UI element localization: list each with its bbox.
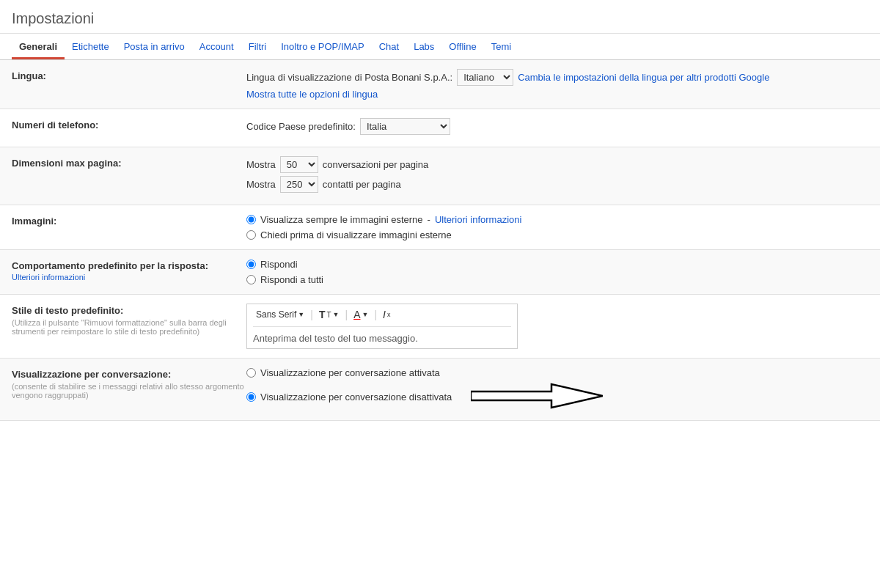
font-color-arrow-icon: ▼ [362,311,369,318]
conversazione-row: Visualizzazione per conversazione: (cons… [0,359,880,421]
telefono-select[interactable]: Italia United States United Kingdom [360,118,450,135]
font-family-label: Sans Serif [256,309,296,320]
contatti-select[interactable]: 25 50 100 250 [280,176,318,193]
tab-filtri[interactable]: Filtri [241,34,274,59]
font-size-up-icon: T [326,311,331,319]
tab-chat[interactable]: Chat [372,34,406,59]
lingua-show-all[interactable]: Mostra tutte le opzioni di lingua [246,89,378,100]
lingua-row: Lingua: Lingua di visualizzazione di Pos… [0,60,880,109]
conversazione-option2-label: Visualizzazione per conversazione disatt… [260,392,452,403]
page-title: Impostazioni [0,0,880,34]
testo-value: Sans Serif ▼ | TT ▼ | A ▼ | Ix [246,304,868,349]
lingua-value: Lingua di visualizzazione di Posta Bonan… [246,69,868,100]
conversazioni-suffix: conversazioni per pagina [323,159,429,170]
immagini-option1-label: Visualizza sempre le immagini esterne [260,214,423,225]
conversazione-option1-item: Visualizzazione per conversazione attiva… [246,367,868,378]
settings-content: Lingua: Lingua di visualizzazione di Pos… [0,60,880,421]
lingua-select[interactable]: Italiano English Español [457,69,513,86]
immagini-radio-group: Visualizza sempre le immagini esterne - … [246,214,868,240]
tab-labs[interactable]: Labs [406,34,441,59]
conversazione-value: Visualizzazione per conversazione attiva… [246,367,868,411]
testo-label: Stile di testo predefinito: (Utilizza il… [12,304,246,336]
risposta-label: Comportamento predefinito per la rispost… [12,259,246,282]
immagini-label: Immagini: [12,214,246,227]
immagini-link[interactable]: Ulteriori informazioni [435,214,521,225]
font-family-arrow-icon: ▼ [298,311,304,318]
tab-account[interactable]: Account [192,34,241,59]
tab-posta-in-arrivo[interactable]: Posta in arrivo [117,34,192,59]
arrow-annotation [471,383,603,411]
tab-inoltro[interactable]: Inoltro e POP/IMAP [274,34,371,59]
risposta-radio-group: Rispondi Rispondi a tutti [246,259,868,285]
risposta-option1-label: Rispondi [260,259,298,270]
lingua-label: Lingua: [12,69,246,81]
conversazione-radio2[interactable] [246,392,256,402]
immagini-option2-label: Chiedi prima di visualizzare immagini es… [260,229,452,240]
dimensioni-label: Dimensioni max pagina: [12,156,246,169]
toolbar-sep1: | [310,309,313,320]
remove-format-sub: x [387,311,391,318]
immagini-value: Visualizza sempre le immagini esterne - … [246,214,868,240]
remove-format-btn[interactable]: Ix [380,307,393,322]
contatti-suffix: contatti per pagina [323,179,401,190]
mostra-label-1: Mostra [246,159,276,170]
telefono-value: Codice Paese predefinito: Italia United … [246,118,868,138]
font-size-btn[interactable]: TT ▼ [316,307,342,322]
tab-generali[interactable]: Generali [12,34,65,59]
font-color-btn[interactable]: A ▼ [351,307,371,322]
immagini-radio1[interactable] [246,215,256,224]
immagini-option1-item: Visualizza sempre le immagini esterne - … [246,214,868,225]
mostra-label-2: Mostra [246,179,276,190]
toolbar-sep2: | [345,309,348,320]
risposta-option1-item: Rispondi [246,259,868,270]
remove-format-icon: I [383,309,386,320]
lingua-link[interactable]: Cambia le impostazioni della lingua per … [518,72,769,83]
dimensioni-value: Mostra 25 50 100 conversazioni per pagin… [246,156,868,196]
tab-offline[interactable]: Offline [441,34,483,59]
risposta-option2-label: Rispondi a tutti [260,274,323,285]
dimensioni-row: Dimensioni max pagina: Mostra 25 50 100 … [0,147,880,205]
testo-sub-label: (Utilizza il pulsante "Rimuovi formattaz… [12,318,246,336]
svg-marker-0 [471,384,603,408]
conversazione-label: Visualizzazione per conversazione: (cons… [12,367,246,400]
text-preview: Anteprima del testo del tuo messaggio. [253,331,511,345]
font-size-arrow-icon: ▼ [333,311,340,318]
immagini-row: Immagini: Visualizza sempre le immagini … [0,205,880,250]
arrow-icon [471,383,603,409]
conversazione-option1-label: Visualizzazione per conversazione attiva… [260,367,440,378]
immagini-separator: - [428,214,430,225]
conversazione-option2-item: Visualizzazione per conversazione disatt… [246,383,868,411]
text-style-toolbar: Sans Serif ▼ | TT ▼ | A ▼ | Ix [253,307,511,327]
conversazione-radio-group: Visualizzazione per conversazione attiva… [246,367,868,411]
risposta-value: Rispondi Rispondi a tutti [246,259,868,285]
immagini-radio2[interactable] [246,230,256,240]
testo-row: Stile di testo predefinito: (Utilizza il… [0,295,880,359]
font-family-btn[interactable]: Sans Serif ▼ [253,308,307,321]
risposta-more-link[interactable]: Ulteriori informazioni [12,273,85,282]
font-color-icon: A [353,309,360,320]
risposta-option2-item: Rispondi a tutti [246,274,868,285]
toolbar-sep3: | [374,309,377,320]
nav-tabs: Generali Etichette Posta in arrivo Accou… [0,34,880,60]
telefono-prefix: Codice Paese predefinito: [246,121,356,132]
risposta-radio2[interactable] [246,275,256,284]
conversazione-sub-label: (consente di stabilire se i messaggi rel… [12,382,246,400]
risposta-radio1[interactable] [246,260,256,269]
immagini-option2-item: Chiedi prima di visualizzare immagini es… [246,229,868,240]
tab-etichette[interactable]: Etichette [65,34,117,59]
tab-temi[interactable]: Temi [484,34,518,59]
risposta-row: Comportamento predefinito per la rispost… [0,250,880,295]
lingua-prefix: Lingua di visualizzazione di Posta Bonan… [246,72,452,83]
conversazioni-select[interactable]: 25 50 100 [280,156,318,173]
telefono-label: Numeri di telefono: [12,118,246,131]
telefono-row: Numeri di telefono: Codice Paese predefi… [0,109,880,147]
font-size-label: T [319,309,326,320]
text-style-editor: Sans Serif ▼ | TT ▼ | A ▼ | Ix [246,304,518,349]
conversazione-radio1[interactable] [246,368,256,378]
